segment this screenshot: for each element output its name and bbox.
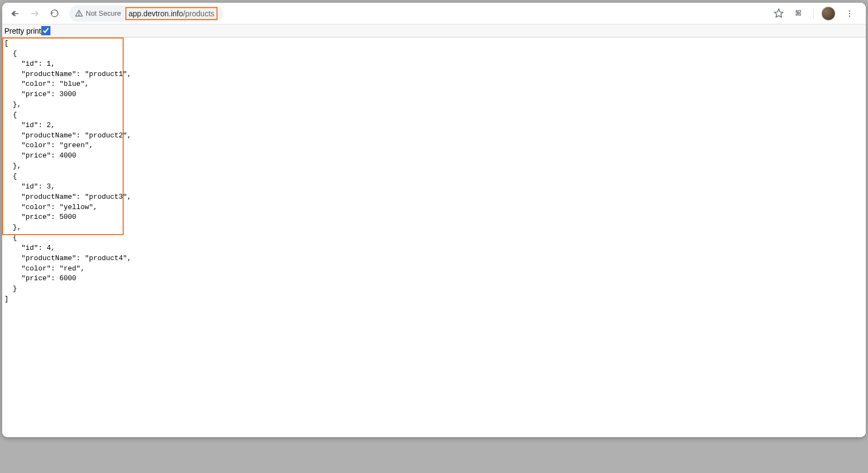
arrow-left-icon [10,9,20,18]
reload-button[interactable] [47,6,62,21]
extensions-button[interactable] [793,7,806,20]
svg-point-5 [849,10,850,11]
arrow-right-icon [30,9,40,18]
not-secure-label: Not Secure [86,9,121,17]
puzzle-icon [794,9,804,18]
browser-window: Not Secure app.devtron.info/products Pre… [2,3,866,437]
profile-avatar[interactable] [821,7,835,21]
json-output: [ { "id": 1, "productName": "product1", … [2,37,866,306]
reload-icon [50,9,59,18]
address-bar[interactable]: Not Secure app.devtron.info/products [69,5,223,22]
toolbar-right-icons [772,7,860,21]
svg-point-6 [849,12,850,14]
warning-icon [75,9,83,17]
toolbar-divider [813,8,814,19]
browser-toolbar: Not Secure app.devtron.info/products [2,3,866,24]
svg-point-7 [849,15,850,16]
menu-button[interactable] [843,7,856,20]
back-button[interactable] [8,6,23,21]
pretty-print-bar: Pretty print [2,24,866,37]
bookmark-button[interactable] [772,7,785,20]
page-content: [ { "id": 1, "productName": "product1", … [2,37,866,437]
pretty-print-label: Pretty print [4,27,41,35]
pretty-print-checkbox[interactable] [42,27,50,35]
star-icon [774,8,784,18]
url-path: /products [183,9,214,18]
svg-marker-4 [774,9,783,17]
kebab-menu-icon [845,9,854,18]
url-domain: app.devtron.info [129,9,183,18]
svg-point-3 [79,15,79,15]
url-highlight-box: app.devtron.info/products [125,7,218,20]
forward-button[interactable] [27,6,42,21]
security-indicator[interactable]: Not Secure [75,9,122,17]
